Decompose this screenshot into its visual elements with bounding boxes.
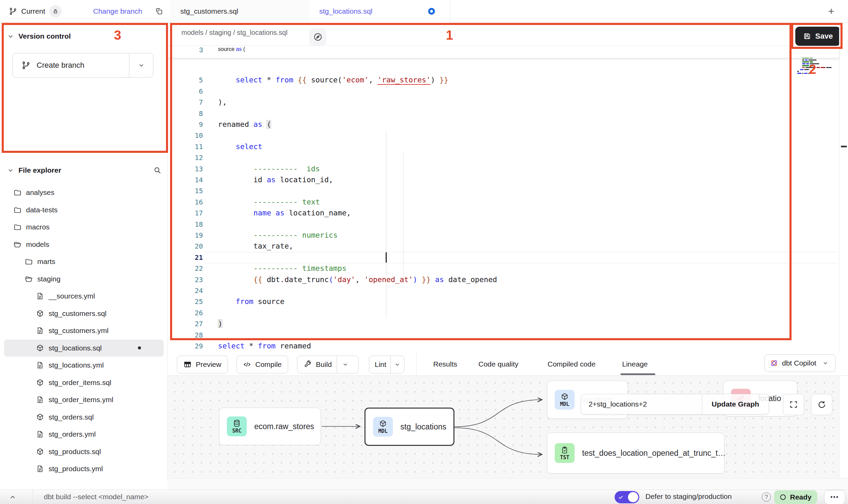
command-input[interactable]: dbt build --select <model_name> [44,493,149,501]
change-branch-link[interactable]: Change branch [93,7,142,15]
code-line-26[interactable]: 26 [168,307,218,318]
save-button[interactable]: Save [795,27,840,46]
code-line-29[interactable]: 29select * from renamed [168,341,311,352]
file-tree-item-analyses[interactable]: analyses [4,184,164,201]
code-line-27[interactable]: 27) [168,318,222,329]
lineage-node-test[interactable]: TST test_does_location_opened_at_trunc_t… [547,433,724,474]
sticky-scope-line[interactable]: 3source as ( [168,46,839,58]
code-line-13[interactable]: 13 ---------- ids [168,163,320,174]
expand-command-button[interactable] [8,493,18,502]
file-tree-item-stg-orders-sql[interactable]: stg_orders.sql [4,409,164,426]
create-branch-button[interactable]: Create branch [12,53,153,78]
update-graph-button[interactable]: Update Graph [702,394,769,414]
file-tree-item-stg-customers-yml[interactable]: stg_customers.yml [4,322,164,339]
build-button[interactable]: Build [297,356,359,373]
version-control-header[interactable]: Version control [0,29,168,43]
preview-button[interactable]: Preview [177,356,228,373]
code-line-16[interactable]: 16 ---------- text [168,197,320,208]
more-options-button[interactable]: ••• [824,490,845,504]
lint-button[interactable]: Lint [369,356,404,373]
chevron-down-icon [394,361,400,368]
code-line-11[interactable]: 11 select [168,141,262,152]
file-tree-item-data-tests[interactable]: data-tests [4,201,164,218]
code-line-10[interactable]: 10 [168,130,218,141]
chevron-down-icon [8,167,14,173]
tab-label: stg_locations.sql [319,7,372,15]
file-tree-item-stg-orders-yml[interactable]: stg_orders.yml [4,426,164,443]
line-number: 3 [168,46,203,58]
dbt-copilot-button[interactable]: dbt Copilot [765,354,836,372]
code-line-28[interactable]: 28 [168,330,218,341]
line-number: 22 [168,263,203,274]
file-tree-item-stg-locations-sql[interactable]: stg_locations.sql [4,340,164,357]
lint-dropdown[interactable] [390,356,404,373]
search-icon[interactable] [153,166,162,174]
tab-results[interactable]: Results [433,353,457,375]
code-line-24[interactable]: 24 [168,285,218,296]
code-line-18[interactable]: 18 [168,219,218,230]
code-line-21[interactable]: 21 [168,252,218,263]
lineage-node-source[interactable]: SRC ecom.raw_stores [219,408,321,445]
create-branch-dropdown[interactable] [129,53,153,77]
code-line-12[interactable]: 12 [168,152,218,163]
compile-button[interactable]: Compile [236,356,288,373]
code-line-5[interactable]: 5 select * from {{ source('ecom', 'raw_s… [168,75,448,85]
file-tree-item-macros[interactable]: macros [4,218,164,236]
panel-resize-handle[interactable] [841,146,847,147]
code-line-15[interactable]: 15 [168,185,218,196]
build-dropdown[interactable] [337,356,354,373]
chevron-up-icon [9,493,16,501]
breadcrumb: models / staging / stg_locations.sql [181,29,287,37]
file-tree-item-stg-products-sql[interactable]: stg_products.sql [4,443,164,460]
tab-lineage[interactable]: Lineage [622,353,648,375]
file-tree-item-stg-order-items-yml[interactable]: stg_order_items.yml [4,391,164,408]
code-line-17[interactable]: 17 name as location_name, [168,208,351,218]
defer-label: Defer to staging/production [645,492,732,501]
tab-stg-locations-sql[interactable]: stg_locations.sql [310,0,450,23]
file-tree-item--sources-yml[interactable]: __sources.yml [4,288,164,305]
tab-compiled-code[interactable]: Compiled code [548,353,595,375]
file-tree-item-marts[interactable]: marts [4,253,164,270]
copy-icon[interactable] [155,7,163,15]
code-line-14[interactable]: 14 id as location_id, [168,174,333,185]
file-tree-item-stg-order-items-sql[interactable]: stg_order_items.sql [4,374,164,391]
minimap-line [800,69,804,70]
lineage-graph[interactable]: SRC ecom.raw_stores MDL stg_locations MD… [168,376,839,478]
file-tree-item-stg-customers-sql[interactable]: stg_customers.sql [4,305,164,322]
file-name: staging [37,275,61,283]
current-branch[interactable]: Current [9,0,62,23]
new-tab-button[interactable] [825,5,837,17]
lineage-node-stg-locations[interactable]: MDL stg_locations [364,408,454,446]
ready-status-badge[interactable]: Ready [774,490,817,504]
line-number: 17 [168,208,203,218]
code-line-22[interactable]: 22 ---------- timestamps [168,263,346,274]
lineage-selector-input[interactable]: 2+stg_locations+2 [581,400,702,408]
file-tree-item-models[interactable]: models [4,236,164,253]
code-line-20[interactable]: 20 tax_rate, [168,241,293,252]
code-line-6[interactable]: 6 [168,86,218,97]
file-tree-item-staging[interactable]: staging [4,270,164,288]
code-line-7[interactable]: 7), [168,97,227,108]
code-line-8[interactable]: 8 [168,108,218,119]
minimap-line [806,67,816,68]
copilot-compass-button[interactable] [309,28,326,45]
refresh-button[interactable] [811,394,832,415]
help-icon[interactable]: ? [762,492,771,502]
file-tree-item-stg-locations-yml[interactable]: stg_locations.yml [4,357,164,374]
minimap-line [808,59,817,61]
fullscreen-button[interactable] [783,394,804,415]
code-icon [243,360,251,369]
minimap-line [802,59,804,61]
code-line-19[interactable]: 19 ---------- numerics [168,230,338,241]
tab-code-quality[interactable]: Code quality [478,353,518,375]
database-icon [233,419,241,427]
code-line-23[interactable]: 23 {{ dbt.date_trunc('day', 'opened_at')… [168,274,497,285]
file-explorer-header[interactable]: File explorer [0,163,168,177]
code-line-9[interactable]: 9renamed as ( [168,119,271,130]
code-editor[interactable]: 5 select * from {{ source('ecom', 'raw_s… [168,46,839,353]
tab-stg-customers-sql[interactable]: stg_customers.sql [170,0,310,23]
minimap-line [797,71,799,72]
code-line-25[interactable]: 25 from source [168,296,284,307]
file-tree-item-stg-products-yml[interactable]: stg_products.yml [4,460,164,477]
defer-toggle[interactable] [615,491,639,503]
